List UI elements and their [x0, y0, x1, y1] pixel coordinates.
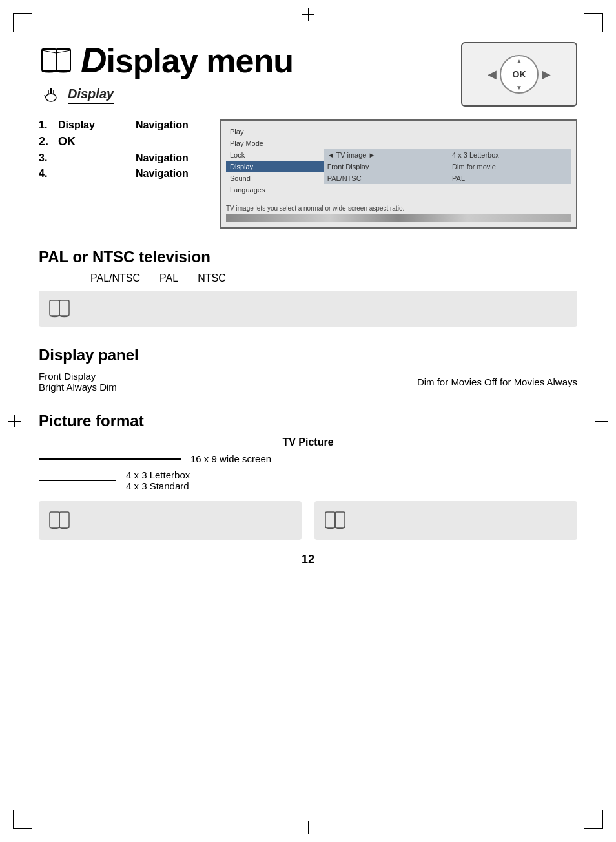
ntsc-label: NTSC: [198, 272, 226, 284]
menu-cell: PAL/NTSC: [324, 172, 449, 184]
wide-screen-label: 16 x 9 wide screen: [190, 453, 271, 464]
front-display-label: Front Display: [39, 371, 117, 382]
menu-cell: Lock: [226, 149, 324, 161]
menu-cell: Dim for movie: [449, 161, 571, 172]
bottom-notes: [39, 501, 577, 540]
step-2-num: 2.: [39, 135, 58, 149]
menu-cell-active: Display: [226, 161, 324, 172]
corner-mark-tl: [13, 13, 32, 32]
standard-label: 4 x 3 Standard: [126, 480, 190, 491]
steps-section: 1. Display Navigation 2. OK 3. Navigatio…: [39, 119, 577, 229]
cross-right: [595, 415, 608, 427]
corner-mark-tr: [584, 13, 603, 32]
front-display-options: Dim for Movies Off for Movies Always: [417, 376, 577, 387]
page-number: 12: [39, 553, 577, 566]
step-1-num: 1.: [39, 119, 58, 131]
cross-bottom: [302, 821, 314, 834]
book-icon-small-2: [48, 510, 72, 531]
step-3-nav: Navigation: [136, 152, 189, 164]
front-display-left: Front Display Bright Always Dim: [39, 371, 117, 393]
book-icon-large: [39, 44, 74, 76]
step-4-num: 4.: [39, 168, 58, 180]
step-1-action: Display: [58, 119, 123, 131]
step-2: 2. OK: [39, 135, 194, 149]
menu-cell: Sound: [226, 172, 324, 184]
step-3: 3. Navigation: [39, 152, 194, 164]
subtitle-row: Display: [42, 86, 114, 104]
wide-screen-line: 16 x 9 wide screen: [39, 453, 577, 464]
letterbox-label: 4 x 3 Letterbox: [126, 469, 190, 480]
svg-line-3: [42, 50, 56, 53]
menu-cell: [324, 184, 571, 196]
cross-top: [302, 8, 314, 21]
step-4: 4. Navigation: [39, 168, 194, 180]
page-title: Display menu: [81, 39, 293, 81]
bottom-note-box-2: [314, 501, 577, 540]
title-row: Display menu: [39, 39, 293, 81]
corner-mark-bl: [13, 810, 32, 829]
tv-picture-label: TV Picture: [39, 436, 577, 448]
table-row: Display Front Display Dim for movie: [226, 161, 571, 172]
title-rest: isplay menu: [106, 42, 293, 79]
ok-button-graphic: ◀ OK ▲ ▼ ▶: [461, 42, 577, 107]
pal-ntsc-row: PAL/NTSC PAL NTSC: [39, 272, 577, 284]
picture-format-header: Picture format: [39, 412, 577, 430]
menu-cell-highlighted: ◄ TV image ►: [324, 149, 449, 161]
ok-label: OK: [513, 69, 526, 79]
table-row: Play: [226, 126, 571, 138]
svg-line-4: [56, 50, 70, 53]
table-row: Play Mode: [226, 138, 571, 149]
header: Display menu Display ◀ OK: [39, 39, 577, 107]
letterbox-line-graphic: [39, 480, 116, 481]
svg-rect-14: [59, 512, 69, 528]
ok-circle: OK ▲ ▼: [500, 55, 539, 94]
step-3-num: 3.: [39, 152, 58, 164]
table-row: Lock ◄ TV image ► 4 x 3 Letterbox: [226, 149, 571, 161]
menu-cell: Play: [226, 126, 324, 138]
pal-ntsc-note-box: [39, 291, 577, 327]
step-4-nav: Navigation: [136, 168, 189, 180]
svg-rect-13: [50, 512, 59, 528]
picture-format-section: Picture format TV Picture 16 x 9 wide sc…: [39, 412, 577, 540]
book-icon-small-1: [48, 298, 72, 319]
step-1-nav: Navigation: [136, 119, 189, 131]
menu-screenshot: Play Play Mode Lock ◄ TV image ► 4 x 3 L…: [220, 119, 577, 229]
corner-mark-br: [584, 810, 603, 829]
display-panel-section: Display panel Front Display Bright Alway…: [39, 346, 577, 393]
table-row: Sound PAL/NTSC PAL: [226, 172, 571, 184]
subtitle-text: Display: [68, 87, 114, 104]
menu-description: TV image lets you select a normal or wid…: [226, 201, 571, 212]
menu-cell: PAL: [449, 172, 571, 184]
pal-label: PAL: [159, 272, 178, 284]
menu-table: Play Play Mode Lock ◄ TV image ► 4 x 3 L…: [226, 126, 571, 196]
hand-icon: [42, 86, 60, 104]
front-display-row: Front Display Bright Always Dim Dim for …: [39, 371, 577, 393]
wide-screen-line-graphic: [39, 458, 181, 460]
display-panel-header: Display panel: [39, 346, 577, 364]
book-icon-small-3: [324, 510, 347, 531]
menu-cell: 4 x 3 Letterbox: [449, 149, 571, 161]
menu-bottom-bar: [226, 214, 571, 222]
table-row: Languages: [226, 184, 571, 196]
steps-list: 1. Display Navigation 2. OK 3. Navigatio…: [39, 119, 194, 183]
title-d: D: [81, 39, 106, 80]
menu-cell: Front Display: [324, 161, 449, 172]
pal-ntsc-label: PAL/NTSC: [90, 272, 140, 284]
svg-rect-10: [50, 300, 59, 316]
svg-line-9: [45, 95, 46, 98]
menu-cell: Languages: [226, 184, 324, 196]
svg-rect-11: [59, 300, 69, 316]
menu-cell: [324, 138, 571, 149]
pal-ntsc-section: PAL or NTSC television PAL/NTSC PAL NTSC: [39, 248, 577, 327]
menu-cell: Play Mode: [226, 138, 324, 149]
step-1: 1. Display Navigation: [39, 119, 194, 131]
bottom-note-box-1: [39, 501, 302, 540]
title-area: Display menu Display: [39, 39, 293, 104]
pal-ntsc-header: PAL or NTSC television: [39, 248, 577, 266]
svg-rect-16: [325, 512, 335, 528]
svg-rect-17: [335, 512, 345, 528]
svg-point-5: [46, 94, 56, 101]
step-2-action: OK: [58, 135, 123, 149]
letterbox-line: 4 x 3 Letterbox 4 x 3 Standard: [39, 469, 577, 491]
cross-left: [8, 415, 21, 427]
